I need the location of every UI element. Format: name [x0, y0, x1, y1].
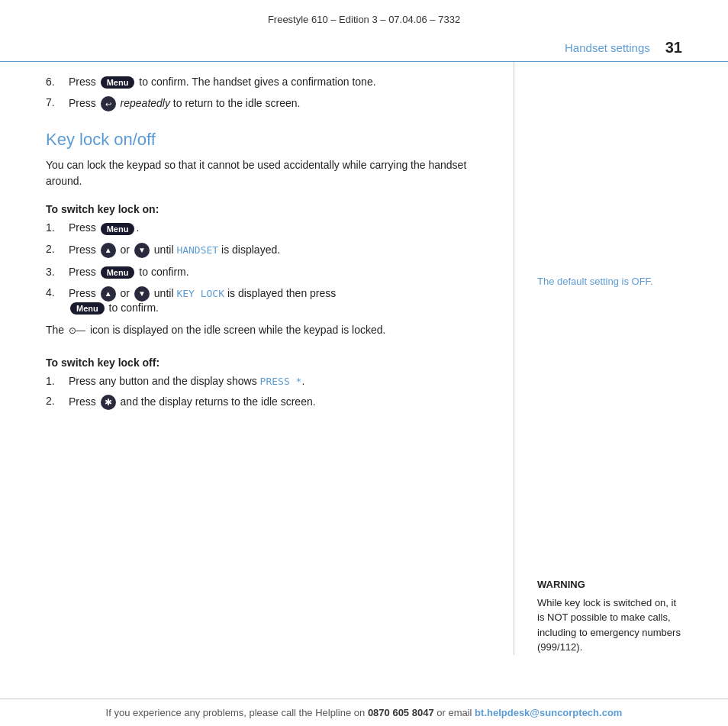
footer-phone: 0870 605 8047 — [368, 707, 434, 718]
keylock-icon-note: The ⊙— icon is displayed on the idle scr… — [46, 322, 491, 338]
footer-email: bt.helpdesk@suncorptech.com — [475, 707, 622, 718]
step-on-1: 1. Press Menu. — [46, 221, 491, 234]
menu-badge-on1: Menu — [101, 223, 135, 235]
step-on-2: 2. Press ▲ or ▼ until HANDSET is display… — [46, 243, 491, 258]
back-badge: ↩ — [101, 96, 116, 111]
nav-up-badge-4: ▲ — [101, 286, 116, 302]
warning-box: WARNING While key lock is switched on, i… — [537, 577, 682, 655]
main-content: 6. Press Menu to confirm. The handset gi… — [0, 62, 728, 655]
keylock-icon: ⊙— — [69, 324, 85, 337]
page-number: 31 — [665, 39, 682, 56]
step-on-4-num: 4. — [46, 286, 69, 298]
step-6: 6. Press Menu to confirm. The handset gi… — [46, 76, 491, 89]
step-off-1-num: 1. — [46, 375, 69, 387]
step-off-2-text: Press ✱ and the display returns to the i… — [69, 395, 491, 410]
intro-steps: 6. Press Menu to confirm. The handset gi… — [46, 62, 491, 111]
keylock-description: You can lock the keypad so that it canno… — [46, 157, 491, 189]
step-off-2-num: 2. — [46, 395, 69, 407]
menu-badge-on3: Menu — [101, 266, 135, 279]
warning-text: While key lock is switched on, it is NOT… — [537, 595, 682, 655]
page-footer: If you experience any problems, please c… — [0, 699, 728, 726]
nav-down-badge-4: ▼ — [134, 286, 150, 302]
step-on-3-num: 3. — [46, 266, 69, 278]
step-on-4: 4. Press ▲ or ▼ until KEY LOCK is displa… — [46, 286, 491, 315]
display-press-star: PRESS * — [260, 376, 302, 387]
step-on-3: 3. Press Menu to confirm. — [46, 266, 491, 279]
footer-mid: or email — [434, 707, 475, 718]
switch-on-heading: To switch key lock on: — [46, 203, 491, 215]
footer-pre: If you experience any problems, please c… — [106, 707, 368, 718]
header-title: Freestyle 610 – Edition 3 – 07.04.06 – 7… — [268, 14, 460, 25]
step-7-num: 7. — [46, 96, 69, 108]
right-column: The default setting is OFF. WARNING Whil… — [514, 62, 682, 655]
display-handset: HANDSET — [176, 244, 218, 255]
warning-title: WARNING — [537, 577, 682, 592]
step-on-2-text: Press ▲ or ▼ until HANDSET is displayed. — [69, 243, 491, 258]
step-on-1-text: Press Menu. — [69, 221, 491, 234]
page-header: Freestyle 610 – Edition 3 – 07.04.06 – 7… — [0, 0, 728, 33]
page-number-row: Handset settings 31 — [0, 33, 728, 62]
warning-section: WARNING While key lock is switched on, i… — [537, 577, 682, 655]
section-title: Handset settings — [565, 41, 650, 54]
star-badge: ✱ — [101, 395, 116, 410]
step-7: 7. Press ↩ repeatedly to return to the i… — [46, 96, 491, 111]
display-keylock: KEY LOCK — [176, 288, 224, 299]
step-7-text: Press ↩ repeatedly to return to the idle… — [69, 96, 491, 111]
step-6-num: 6. — [46, 76, 69, 88]
step-off-2: 2. Press ✱ and the display returns to th… — [46, 395, 491, 410]
step-on-1-num: 1. — [46, 221, 69, 234]
step-6-text: Press Menu to confirm. The handset gives… — [69, 76, 491, 89]
left-column: 6. Press Menu to confirm. The handset gi… — [46, 62, 514, 655]
step-on-2-num: 2. — [46, 243, 69, 255]
nav-down-badge-2: ▼ — [134, 243, 150, 258]
menu-badge-6: Menu — [101, 76, 135, 89]
step-off-1: 1. Press any button and the display show… — [46, 375, 491, 387]
default-note: The default setting is OFF. — [537, 276, 682, 287]
step-on-4-text: Press ▲ or ▼ until KEY LOCK is displayed… — [69, 286, 491, 315]
menu-badge-on4: Menu — [70, 302, 105, 315]
nav-up-badge-2: ▲ — [101, 243, 116, 258]
switch-off-heading: To switch key lock off: — [46, 357, 491, 369]
section-heading-keylock: Key lock on/off — [46, 130, 491, 150]
step-on-3-text: Press Menu to confirm. — [69, 266, 491, 279]
default-setting-text: The default setting is OFF. — [537, 276, 682, 287]
step-off-1-text: Press any button and the display shows P… — [69, 375, 491, 387]
